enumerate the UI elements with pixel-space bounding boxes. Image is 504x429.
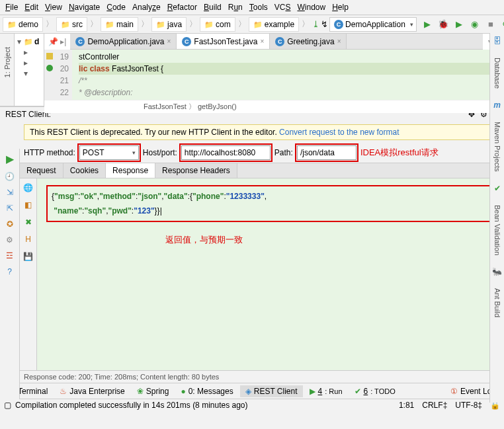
- btab-rest-client[interactable]: ◈REST Client: [240, 385, 303, 397]
- maven-tab[interactable]: Maven Projects: [493, 122, 501, 172]
- breadcrumb-com[interactable]: com: [200, 17, 235, 32]
- bottom-tool-tabs: ▣Terminal ♨Java Enterprise ❀Spring ●0: M…: [0, 383, 504, 399]
- run-config-combo[interactable]: CDemoApplication: [329, 17, 417, 32]
- run-config-icon[interactable]: ↯: [321, 19, 328, 30]
- editor-area: 1: Project ▾d ▸ ▸ ▾ 📌 ▸| CDemoApplicatio…: [0, 34, 504, 106]
- bean-tab[interactable]: Bean Validation: [493, 205, 501, 255]
- response-text[interactable]: {"msg":"ok","method":"json","data":{"pho…: [37, 178, 504, 370]
- view-json-icon[interactable]: ◧: [23, 200, 34, 210]
- left-gutter: 1: Project: [0, 34, 15, 106]
- breadcrumb-java[interactable]: java: [151, 17, 187, 32]
- path-label: Path:: [274, 148, 293, 157]
- event-log-icon: ①: [450, 387, 458, 396]
- menu-run[interactable]: Run: [228, 3, 243, 12]
- menu-view[interactable]: View: [45, 3, 62, 12]
- http-method-label: HTTP method:: [24, 148, 75, 157]
- folder-icon: [204, 20, 214, 29]
- editor-main: 📌 ▸| CDemoApplication.java× CFastJsonTes…: [44, 34, 504, 106]
- btab-spring[interactable]: ❀Spring: [132, 385, 175, 397]
- menu-vcs[interactable]: VCS: [274, 3, 291, 12]
- help-icon[interactable]: ?: [7, 267, 12, 276]
- vcs-icon[interactable]: ⟳: [501, 19, 504, 30]
- menubar: File Edit View Navigate Code Analyze Ref…: [0, 0, 504, 15]
- tab-fastjsontest[interactable]: CFastJsonTest.java×: [177, 34, 270, 49]
- menu-window[interactable]: Window: [297, 3, 325, 12]
- maven-icon[interactable]: m: [493, 100, 501, 110]
- http-method-select[interactable]: POST: [79, 145, 139, 160]
- line-separator[interactable]: CRLF‡: [422, 401, 447, 410]
- btab-messages[interactable]: ●0: Messages: [175, 385, 238, 397]
- menu-code[interactable]: Code: [106, 3, 126, 12]
- response-body: 🌐 ◧ ✖ H 💾 {"msg":"ok","method":"json","d…: [20, 178, 504, 370]
- run-button-icon[interactable]: ▶: [422, 19, 433, 30]
- ant-tab[interactable]: Ant Build: [493, 288, 501, 317]
- export-icon[interactable]: ⇲: [7, 188, 13, 197]
- convert-link[interactable]: Convert request to the new format: [279, 128, 399, 137]
- breadcrumb-example[interactable]: example: [249, 17, 299, 32]
- close-icon[interactable]: ×: [337, 38, 341, 45]
- file-encoding[interactable]: UTF-8‡: [455, 401, 482, 410]
- code-text[interactable]: stController lic class FastJsonTest { /*…: [72, 50, 504, 100]
- open-browser-icon[interactable]: 🌐: [23, 182, 34, 193]
- copy-icon[interactable]: ✖: [23, 217, 34, 227]
- tab-greeting[interactable]: CGreeting.java×: [270, 34, 347, 49]
- bean-icon[interactable]: ✔: [494, 184, 501, 193]
- breadcrumb-main[interactable]: main: [101, 17, 138, 32]
- subtab-request[interactable]: Request: [20, 163, 63, 178]
- folder-icon: [156, 20, 165, 29]
- import-icon[interactable]: ⇱: [7, 204, 13, 213]
- menu-tools[interactable]: Tools: [249, 3, 268, 12]
- subtab-response[interactable]: Response: [106, 163, 155, 178]
- stop-icon[interactable]: ■: [485, 19, 496, 30]
- project-tool-tab[interactable]: 1: Project: [3, 47, 11, 77]
- menu-help[interactable]: Help: [332, 3, 349, 12]
- deprecation-banner: This REST Client is deprecated. Try our …: [24, 124, 500, 140]
- submit-request-icon[interactable]: ▶: [6, 153, 14, 165]
- class-icon: C: [182, 37, 191, 46]
- btab-todo[interactable]: ✔6: TODO: [349, 385, 401, 397]
- save-icon[interactable]: 💾: [23, 251, 34, 262]
- close-icon[interactable]: ×: [167, 38, 171, 45]
- ant-icon[interactable]: 🐜: [492, 267, 502, 276]
- statusbar: ▢ Compilation completed successfully in …: [0, 399, 504, 411]
- java-icon: ♨: [60, 387, 67, 396]
- menu-refactor[interactable]: Refactor: [167, 3, 197, 12]
- spring-icon: ❀: [137, 387, 144, 396]
- toolbar: demo〉 src〉 main〉 java〉 com〉 example〉 ⤓ ↯…: [0, 15, 504, 34]
- debug-icon[interactable]: 🐞: [438, 19, 448, 30]
- menu-file[interactable]: File: [5, 3, 18, 12]
- settings-icon[interactable]: ⚙: [6, 235, 13, 245]
- reformat-icon[interactable]: ☲: [6, 251, 13, 260]
- menu-analyze[interactable]: Analyze: [132, 3, 161, 12]
- generate-icon[interactable]: ✪: [7, 219, 13, 229]
- editor-tabs: CDemoApplication.java× CFastJsonTest.jav…: [70, 34, 482, 50]
- build-icon[interactable]: ⤓: [312, 19, 319, 30]
- path-input[interactable]: [297, 145, 357, 160]
- btab-run[interactable]: ▶4: Run: [304, 385, 348, 397]
- caret-position[interactable]: 1:81: [399, 401, 414, 410]
- history-icon[interactable]: 🕘: [5, 172, 15, 181]
- code-breadcrumb[interactable]: FastJsonTest 〉 getByJson(): [44, 100, 504, 113]
- btab-java-ee[interactable]: ♨Java Enterprise: [54, 385, 130, 397]
- subtab-cookies[interactable]: Cookies: [63, 163, 106, 178]
- menu-navigate[interactable]: Navigate: [69, 3, 100, 12]
- code-editor[interactable]: 19 20 21 22 stController lic class FastJ…: [44, 50, 504, 100]
- project-tree[interactable]: ▾d ▸ ▸ ▾: [15, 34, 44, 106]
- host-input[interactable]: [181, 145, 271, 160]
- database-icon[interactable]: 🗄: [493, 36, 501, 46]
- menu-build[interactable]: Build: [204, 3, 222, 12]
- coverage-icon[interactable]: ▶: [454, 19, 464, 30]
- messages-icon: ●: [181, 387, 185, 396]
- subtab-response-headers[interactable]: Response Headers: [155, 163, 237, 178]
- close-icon[interactable]: ×: [260, 38, 264, 45]
- database-tab[interactable]: Database: [493, 58, 501, 89]
- wrap-icon[interactable]: H: [23, 234, 34, 245]
- profile-icon[interactable]: ◉: [470, 19, 480, 30]
- right-tool-tabs: 🗄 Database m Maven Projects ✔ Bean Valid…: [489, 33, 504, 403]
- response-note: 返回值，与预期一致: [165, 234, 495, 246]
- menu-edit[interactable]: Edit: [24, 3, 38, 12]
- pin-icon[interactable]: 📌 ▸|: [44, 36, 70, 48]
- breadcrumb-demo[interactable]: demo: [3, 17, 43, 32]
- tab-demoapplication[interactable]: CDemoApplication.java×: [70, 34, 177, 49]
- breadcrumb-src[interactable]: src: [56, 17, 87, 32]
